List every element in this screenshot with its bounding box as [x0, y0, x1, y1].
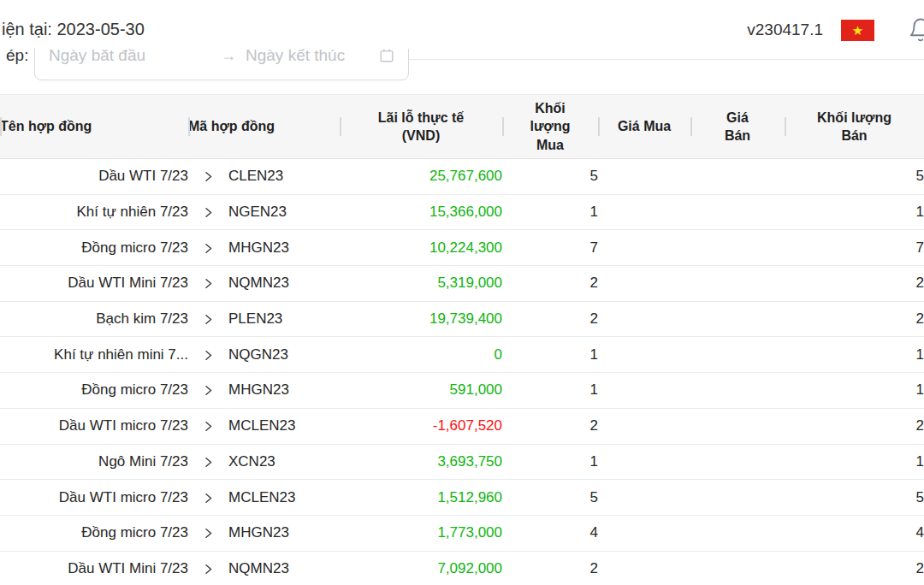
calendar-icon[interactable] — [379, 48, 394, 63]
header-realized-pnl: Lãi lỗ thực tế (VND) — [340, 95, 502, 159]
current-date-label: iện tại: 2023-05-30 — [2, 20, 145, 39]
contract-code: PLEN23 — [228, 301, 340, 337]
contract-code: MCLEN23 — [228, 408, 340, 444]
vietnam-flag-icon[interactable]: ★ — [841, 20, 874, 41]
contract-code: MHGN23 — [228, 515, 340, 551]
contract-name: Khí tự nhiên 7/23 — [0, 194, 188, 230]
expand-chevron-icon[interactable] — [188, 408, 228, 444]
position-row[interactable]: Đồng micro 7/23 MHGN23 10,224,300 7 7 — [0, 230, 924, 266]
app-version-label: v230417.1 — [747, 21, 823, 39]
expand-chevron-icon[interactable] — [188, 373, 228, 409]
pnl-value: 19,739,400 — [340, 301, 502, 337]
buy-price — [598, 373, 690, 409]
sell-price — [690, 194, 785, 230]
end-date-input[interactable]: Ngày kết thúc — [246, 46, 345, 65]
expand-chevron-icon[interactable] — [188, 444, 228, 480]
positions-table: Tên hợp đồng Mã hợp đồng Lãi lỗ thực tế … — [0, 94, 924, 585]
sell-price — [690, 551, 785, 585]
sell-quantity: 5 — [785, 159, 924, 195]
buy-quantity: 2 — [502, 266, 598, 302]
expand-chevron-icon[interactable] — [188, 194, 228, 230]
buy-quantity: 1 — [502, 337, 598, 373]
position-row[interactable]: Dầu WTI 7/23 CLEN23 25,767,600 5 5 — [0, 159, 924, 195]
sell-quantity: 4 — [785, 515, 924, 551]
expand-chevron-icon[interactable] — [188, 159, 228, 195]
position-row[interactable]: Ngô Mini 7/23 XCN23 3,693,750 1 1 — [0, 444, 924, 480]
buy-price — [598, 444, 690, 480]
contract-name: Dầu WTI micro 7/23 — [0, 480, 188, 516]
buy-price — [598, 515, 690, 551]
pnl-value: 3,693,750 — [340, 444, 502, 480]
contract-code: MHGN23 — [228, 373, 340, 409]
contract-name: Bạch kim 7/23 — [0, 301, 188, 337]
position-row[interactable]: Dầu WTI Mini 7/23 NQMN23 7,092,000 2 2 — [0, 551, 924, 585]
buy-quantity: 4 — [502, 515, 598, 551]
sell-quantity: 1 — [785, 194, 924, 230]
contract-code: CLEN23 — [228, 159, 340, 195]
pnl-value: 591,000 — [340, 373, 502, 409]
expand-chevron-icon[interactable] — [188, 301, 228, 337]
position-row[interactable]: Dầu WTI micro 7/23 MCLEN23 1,512,960 5 5 — [0, 480, 924, 516]
expand-chevron-icon[interactable] — [188, 266, 228, 302]
contract-name: Dầu WTI 7/23 — [0, 159, 188, 195]
app-screen: ép: Ngày bắt đầu → Ngày kết thúc iện tại… — [0, 0, 924, 585]
buy-quantity: 5 — [502, 159, 598, 195]
contract-name: Dầu WTI Mini 7/23 — [0, 266, 188, 302]
sell-quantity: 1 — [785, 373, 924, 409]
position-row[interactable]: Bạch kim 7/23 PLEN23 19,739,400 2 2 — [0, 301, 924, 337]
sell-price — [690, 373, 785, 409]
expand-chevron-icon[interactable] — [188, 337, 228, 373]
expand-chevron-icon[interactable] — [188, 551, 228, 585]
buy-price — [598, 480, 690, 516]
sell-price — [690, 230, 785, 266]
pnl-value: 5,319,000 — [340, 266, 502, 302]
position-row[interactable]: Khí tự nhiên mini 7... NQGN23 0 1 1 — [0, 337, 924, 373]
sell-quantity: 5 — [785, 480, 924, 516]
buy-price — [598, 159, 690, 195]
sell-quantity: 2 — [785, 301, 924, 337]
pnl-value: 1,773,000 — [340, 515, 502, 551]
sell-price — [690, 480, 785, 516]
expand-chevron-icon[interactable] — [188, 230, 228, 266]
contract-code: NQMN23 — [228, 266, 340, 302]
expand-chevron-icon[interactable] — [188, 480, 228, 516]
flag-star: ★ — [852, 24, 863, 37]
contract-name: Ngô Mini 7/23 — [0, 444, 188, 480]
header-contract-name: Tên hợp đồng — [0, 95, 188, 159]
position-row[interactable]: Khí tự nhiên 7/23 NGEN23 15,366,000 1 1 — [0, 194, 924, 230]
pnl-value: 10,224,300 — [340, 230, 502, 266]
header-buy-price: Giá Mua — [598, 95, 690, 159]
notification-bell-icon[interactable] — [908, 17, 924, 43]
header-buy-quantity: Khối lượng Mua — [502, 95, 598, 159]
position-row[interactable]: Đồng micro 7/23 MHGN23 1,773,000 4 4 — [0, 515, 924, 551]
expand-chevron-icon[interactable] — [188, 515, 228, 551]
pnl-value: 25,767,600 — [340, 159, 502, 195]
sell-price — [690, 337, 785, 373]
sell-price — [690, 266, 785, 302]
buy-quantity: 2 — [502, 408, 598, 444]
buy-quantity: 2 — [502, 551, 598, 585]
position-row[interactable]: Đồng micro 7/23 MHGN23 591,000 1 1 — [0, 373, 924, 409]
position-row[interactable]: Dầu WTI Mini 7/23 NQMN23 5,319,000 2 2 — [0, 266, 924, 302]
sell-quantity: 2 — [785, 266, 924, 302]
buy-price — [598, 230, 690, 266]
buy-quantity: 1 — [502, 373, 598, 409]
contract-name: Khí tự nhiên mini 7... — [0, 337, 188, 373]
pnl-value: 0 — [340, 337, 502, 373]
start-date-input[interactable]: Ngày bắt đầu — [49, 46, 211, 65]
contract-name: Đồng micro 7/23 — [0, 230, 188, 266]
table-header-row: Tên hợp đồng Mã hợp đồng Lãi lỗ thực tế … — [0, 95, 924, 159]
pnl-value: 1,512,960 — [340, 480, 502, 516]
buy-price — [598, 337, 690, 373]
position-row[interactable]: Dầu WTI micro 7/23 MCLEN23 -1,607,520 2 … — [0, 408, 924, 444]
header-sell-price: Giá Bán — [690, 95, 785, 159]
sell-quantity: 1 — [785, 337, 924, 373]
contract-name: Dầu WTI Mini 7/23 — [0, 551, 188, 585]
contract-code: NQGN23 — [228, 337, 340, 373]
buy-quantity: 5 — [502, 480, 598, 516]
pnl-value: 7,092,000 — [340, 551, 502, 585]
sell-price — [690, 444, 785, 480]
sell-quantity: 7 — [785, 230, 924, 266]
sell-quantity: 1 — [785, 444, 924, 480]
sell-price — [690, 301, 785, 337]
